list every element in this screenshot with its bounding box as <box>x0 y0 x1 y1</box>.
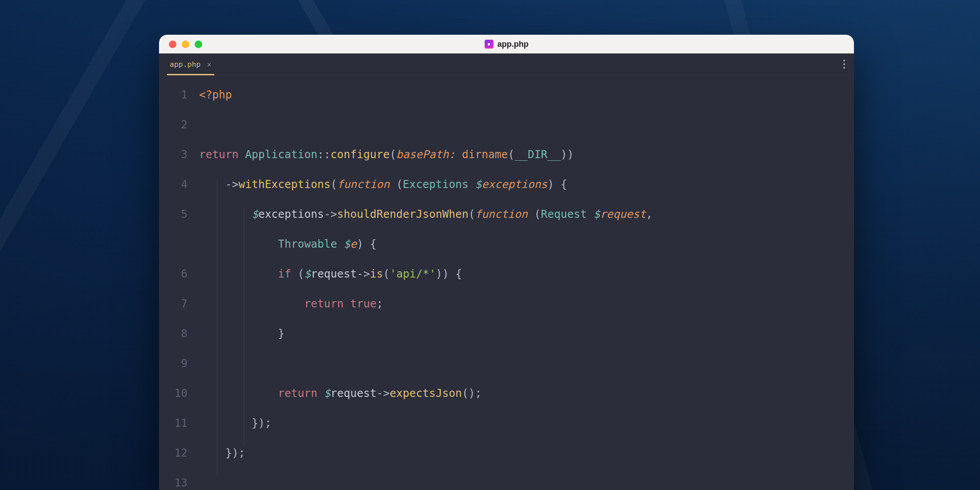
editor-tabbar: app.php × <box>159 53 854 75</box>
editor-window: app.php app.php × 1 2 3 4 5 6 7 8 9 <box>159 35 854 490</box>
code-line[interactable]: return true; <box>199 298 854 327</box>
code-line[interactable]: return Application::configure(basePath: … <box>199 148 854 178</box>
line-number: 13 <box>159 477 199 490</box>
tab-options-icon[interactable] <box>843 60 845 69</box>
tab-label: app.php <box>170 61 201 69</box>
tab-app-php[interactable]: app.php × <box>167 57 214 75</box>
code-line[interactable]: }); <box>199 447 854 477</box>
code-line[interactable]: } <box>199 327 854 357</box>
code-editor[interactable]: 1 2 3 4 5 6 7 8 9 10 11 12 13 <?php r <box>159 75 854 490</box>
close-icon[interactable]: × <box>207 61 212 69</box>
code-line[interactable]: }); <box>199 417 854 447</box>
code-line[interactable]: Throwable $e) { <box>199 238 854 268</box>
maximize-window-icon[interactable] <box>195 41 202 48</box>
line-number: 10 <box>159 387 199 417</box>
minimize-window-icon[interactable] <box>182 41 189 48</box>
line-number: 9 <box>159 357 199 387</box>
code-line[interactable]: if ($request->is('api/*')) { <box>199 268 854 298</box>
code-line[interactable]: ->withExceptions(function (Exceptions $e… <box>199 178 854 208</box>
window-titlebar[interactable]: app.php <box>159 35 854 53</box>
code-line[interactable]: return $request->expectsJson(); <box>199 387 854 417</box>
phpstorm-icon <box>485 40 494 49</box>
desktop-background: app.php app.php × 1 2 3 4 5 6 7 8 9 <box>0 0 980 490</box>
line-number: 4 <box>159 178 199 208</box>
code-line[interactable] <box>199 477 854 490</box>
close-window-icon[interactable] <box>169 41 176 48</box>
line-number-wrap-spacer <box>159 238 199 268</box>
line-number: 3 <box>159 148 199 178</box>
line-number: 11 <box>159 417 199 447</box>
code-line[interactable] <box>199 118 854 148</box>
code-line[interactable]: <?php <box>199 89 854 118</box>
code-line[interactable] <box>199 357 854 387</box>
line-number: 5 <box>159 208 199 238</box>
line-number: 12 <box>159 447 199 477</box>
line-number: 8 <box>159 327 199 357</box>
window-controls <box>169 41 202 48</box>
line-number: 7 <box>159 298 199 327</box>
code-line[interactable]: $exceptions->shouldRenderJsonWhen(functi… <box>199 208 854 238</box>
code-area[interactable]: <?php return Application::configure(base… <box>199 89 854 490</box>
window-title-text: app.php <box>498 40 529 49</box>
line-number: 1 <box>159 89 199 118</box>
line-number: 2 <box>159 118 199 148</box>
line-number: 6 <box>159 268 199 298</box>
window-title: app.php <box>159 40 854 49</box>
line-number-gutter: 1 2 3 4 5 6 7 8 9 10 11 12 13 <box>159 89 199 490</box>
